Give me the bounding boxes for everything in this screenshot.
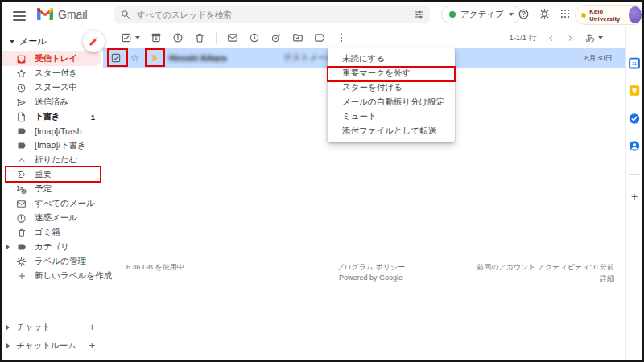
trash-icon — [16, 228, 27, 238]
sidebar-item-label: 折りたたむ — [35, 154, 77, 166]
archive-button[interactable] — [151, 32, 162, 43]
mark-unread-button[interactable] — [227, 32, 238, 43]
sidebar-item-sent[interactable]: 送信済み — [2, 95, 103, 109]
menu-item-remove-importance[interactable]: 重要マークを外す — [328, 66, 455, 80]
select-all-checkbox[interactable] — [121, 32, 140, 43]
row-star-icon[interactable]: ☆ — [130, 53, 139, 63]
expand-arrow-icon[interactable] — [6, 325, 10, 330]
sidebar-item-label: 送信済み — [35, 97, 68, 108]
sidebar-section-meet[interactable]: 会議 — [2, 355, 103, 362]
gear-icon — [16, 257, 27, 267]
menu-item-mute[interactable]: ミュート — [328, 109, 455, 124]
keep-icon[interactable] — [629, 84, 641, 97]
add-to-tasks-button[interactable] — [270, 32, 282, 43]
input-language-selector[interactable]: あ — [585, 32, 603, 44]
university-emblem-icon — [581, 12, 586, 19]
search-options-icon[interactable] — [414, 10, 423, 19]
sidebar-item-create-label[interactable]: 新しいラベルを作成 — [2, 269, 103, 283]
labels-button[interactable] — [314, 32, 325, 43]
search-icon — [121, 10, 130, 19]
last-account-activity: 前回のアカウント アクティビティ: 0 分前 — [477, 262, 614, 273]
row-checkbox-checked[interactable] — [110, 52, 122, 64]
sidebar-item-inbox[interactable]: 受信トレイ — [2, 51, 101, 66]
get-addons-icon[interactable]: + — [631, 190, 638, 203]
importance-marker-icon — [16, 170, 27, 180]
contacts-icon[interactable] — [629, 140, 641, 152]
settings-gear-icon[interactable] — [539, 8, 551, 20]
sidebar: メール 受信トレイ スター付き スヌーズ中 送信済み — [2, 27, 103, 360]
calendar-icon[interactable]: 31 — [629, 57, 641, 69]
email-date: 8月30日 — [584, 53, 613, 64]
activity-details-link[interactable]: 詳細 — [600, 274, 614, 284]
sidebar-item-spam[interactable]: 迷惑メール — [2, 211, 103, 225]
sidebar-item-label: 迷惑メール — [35, 212, 77, 224]
sidebar-section-rooms[interactable]: チャットルーム + — [2, 336, 103, 355]
envelope-icon — [16, 199, 27, 209]
app-title: Gmail — [58, 8, 88, 21]
avatar[interactable] — [629, 6, 642, 23]
tasks-icon[interactable] — [629, 113, 641, 125]
sidebar-item-starred[interactable]: スター付き — [2, 66, 103, 80]
compose-button[interactable] — [83, 31, 105, 52]
chevron-down-icon[interactable] — [135, 36, 140, 39]
newer-page-icon[interactable] — [547, 34, 555, 43]
apps-grid-icon[interactable] — [559, 8, 571, 19]
account-badge[interactable]: Keio University — [575, 5, 644, 25]
sidebar-item-important[interactable]: 重要 — [2, 167, 103, 182]
label-tag-icon — [16, 141, 27, 151]
section-label: チャット — [16, 322, 51, 333]
document-icon — [16, 112, 27, 122]
sidebar-item-imap-trash[interactable]: [Imap]/Trash — [2, 124, 103, 138]
pagination-label: 1-1/1 行 — [509, 33, 536, 43]
side-panel: 31 + — [625, 27, 642, 360]
sidebar-item-label: スヌーズ中 — [35, 82, 77, 93]
sidebar-item-imap-drafts[interactable]: [Imap]/下書き — [2, 138, 103, 153]
status-selector[interactable]: アクティブ — [441, 6, 522, 23]
program-policies-link[interactable]: プログラム ポリシー — [336, 262, 405, 273]
hamburger-menu-icon[interactable] — [13, 9, 26, 23]
chevron-down-icon — [10, 40, 14, 43]
row-importance-marker-icon[interactable] — [149, 53, 159, 64]
sidebar-section-chat[interactable]: チャット + — [2, 318, 103, 336]
menu-item-forward-attachment[interactable]: 添付ファイルとして転送 — [328, 124, 455, 138]
sidebar-item-all-mail[interactable]: すべてのメール — [2, 196, 103, 211]
help-icon[interactable] — [518, 8, 530, 20]
snooze-button[interactable] — [249, 32, 260, 43]
move-to-button[interactable] — [292, 32, 303, 43]
spam-alert-icon — [16, 213, 27, 224]
chevron-down-icon — [598, 36, 603, 39]
account-badge-label: Keio University — [589, 8, 625, 23]
report-spam-button[interactable] — [172, 32, 184, 43]
sidebar-item-scheduled[interactable]: 予定 — [2, 182, 103, 196]
sidebar-mail-header-label: メール — [19, 35, 47, 47]
sidebar-item-manage-labels[interactable]: ラベルの管理 — [2, 254, 103, 269]
storage-usage: 6.36 GB を使用中 — [126, 262, 184, 273]
drafts-count: 1 — [91, 113, 95, 121]
sidebar-item-label: 新しいラベルを作成 — [35, 270, 112, 282]
menu-item-mark-unread[interactable]: 未読にする — [328, 51, 455, 66]
expand-arrow-icon[interactable] — [6, 343, 10, 348]
sidebar-item-snoozed[interactable]: スヌーズ中 — [2, 80, 103, 95]
sidebar-mail-header[interactable]: メール — [10, 35, 47, 47]
expand-arrow-icon[interactable] — [6, 245, 10, 249]
search-bar[interactable] — [114, 6, 430, 23]
star-icon — [16, 68, 27, 79]
add-room-icon[interactable]: + — [89, 339, 95, 352]
sidebar-item-label: 下書き — [35, 111, 60, 122]
add-chat-icon[interactable]: + — [89, 321, 95, 333]
sidebar-folder-list: 受信トレイ スター付き スヌーズ中 送信済み 下書き 1 [Imap]/T — [2, 51, 103, 283]
plus-icon — [16, 271, 27, 282]
sidebar-item-collapse[interactable]: 折りたたむ — [2, 153, 103, 167]
sidebar-item-drafts[interactable]: 下書き 1 — [2, 109, 103, 124]
toolbar-right: 1-1/1 行 あ — [509, 27, 603, 48]
search-input[interactable] — [137, 10, 414, 19]
menu-item-add-star[interactable]: スターを付ける — [328, 80, 455, 95]
sidebar-item-trash[interactable]: ゴミ箱 — [2, 225, 103, 240]
menu-item-filter-messages[interactable]: メールの自動振り分け設定 — [328, 95, 455, 109]
toolbar-divider — [216, 32, 217, 44]
more-options-button[interactable] — [336, 32, 347, 43]
sidebar-item-categories[interactable]: カテゴリ — [2, 240, 103, 254]
sidebar-item-label: ラベルの管理 — [35, 256, 86, 267]
delete-button[interactable] — [194, 32, 205, 43]
older-page-icon[interactable] — [566, 34, 575, 43]
